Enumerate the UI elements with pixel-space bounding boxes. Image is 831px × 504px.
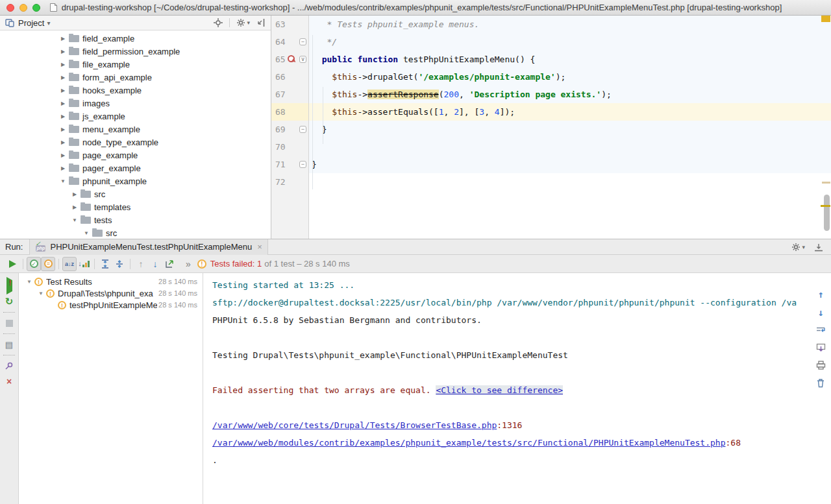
test-tree-item[interactable]: !testPhpUnitExampleMe28 s 140 ms xyxy=(19,299,203,311)
tree-item[interactable]: ▶js_example xyxy=(0,110,271,123)
close-window-button[interactable] xyxy=(6,4,14,12)
pin-tab-button[interactable] xyxy=(0,358,18,374)
sort-alphabetically-button[interactable]: a↓z xyxy=(62,257,77,271)
rerun-failed-tests-button[interactable]: ! xyxy=(0,278,18,294)
code-text[interactable] xyxy=(309,173,831,191)
chevron-collapsed-icon[interactable]: ▶ xyxy=(58,75,68,80)
fold-marker-icon[interactable]: − xyxy=(299,38,306,45)
next-message-button[interactable]: ↓ xyxy=(817,308,823,318)
tree-item[interactable]: ▶images xyxy=(0,97,271,110)
tree-item[interactable]: ▶field_example xyxy=(0,32,271,45)
tree-item[interactable]: ▶pager_example xyxy=(0,162,271,174)
chevron-collapsed-icon[interactable]: ▶ xyxy=(58,101,68,106)
prev-message-button[interactable]: ↑ xyxy=(817,290,823,300)
chevron-collapsed-icon[interactable]: ▶ xyxy=(70,191,79,197)
restore-layout-button[interactable]: ▤ xyxy=(0,337,18,352)
fold-marker-icon[interactable]: ∨ xyxy=(299,56,306,63)
sort-by-duration-button[interactable]: ↓ xyxy=(77,257,91,271)
code-text[interactable]: } xyxy=(309,121,831,138)
code-text[interactable]: $this->assertResponse(200, 'Description … xyxy=(309,86,831,103)
test-tree-item[interactable]: ▼!Test Results28 s 140 ms xyxy=(19,276,203,287)
test-failed-marker-icon[interactable] xyxy=(288,55,295,62)
hide-panel-icon[interactable] xyxy=(256,18,266,27)
code-text[interactable]: public function testPhpUnitExampleMenu()… xyxy=(309,51,831,68)
chevron-expanded-icon[interactable]: ▼ xyxy=(58,178,68,184)
chevron-collapsed-icon[interactable]: ▶ xyxy=(58,152,68,158)
test-tree-item[interactable]: ▼!Drupal\Tests\phpunit_exa28 s 140 ms xyxy=(19,287,203,299)
chevron-collapsed-icon[interactable]: ▶ xyxy=(58,62,68,67)
tree-item[interactable]: ▶menu_example xyxy=(0,123,271,136)
tree-item[interactable]: ▼phpunit_example xyxy=(0,174,271,187)
run-settings-gear-icon[interactable]: ▾ xyxy=(791,243,805,252)
project-panel-title[interactable]: Project xyxy=(18,18,44,28)
chevron-collapsed-icon[interactable]: ▶ xyxy=(58,165,68,171)
hide-panel-down-icon[interactable] xyxy=(814,243,823,252)
console-link[interactable]: /var/www/web/core/tests/Drupal/Tests/Bro… xyxy=(212,420,497,430)
export-test-results-button[interactable] xyxy=(162,257,177,271)
more-actions-icon[interactable]: » xyxy=(186,259,191,269)
expand-all-button[interactable] xyxy=(98,257,112,271)
print-button[interactable] xyxy=(816,361,826,370)
error-stripe-warning-mark[interactable] xyxy=(822,182,830,184)
chevron-collapsed-icon[interactable]: ▶ xyxy=(58,114,68,119)
file-status-warning-marker[interactable] xyxy=(821,16,830,22)
zoom-window-button[interactable] xyxy=(32,4,40,12)
console-link[interactable]: <Click to see difference> xyxy=(436,385,563,395)
show-passed-button[interactable]: ✓ xyxy=(27,257,41,271)
code-text[interactable]: * Tests phpunit_example menus. xyxy=(309,16,831,33)
collapse-all-button[interactable] xyxy=(112,257,127,271)
line-number[interactable]: 71 xyxy=(275,156,286,173)
tree-item[interactable]: ▶src xyxy=(0,187,271,200)
code-text[interactable]: } xyxy=(309,156,831,173)
tree-item[interactable]: ▶templates xyxy=(0,200,271,213)
run-configuration-tab[interactable]: ✓ php PHPUnitExampleMenuTest.testPhpUnit… xyxy=(29,239,267,255)
tree-item[interactable]: ▶field_permission_example xyxy=(0,45,271,58)
line-number[interactable]: 68 xyxy=(275,103,286,121)
line-number[interactable]: 72 xyxy=(275,173,286,191)
tree-item[interactable]: ▶node_type_example xyxy=(0,136,271,149)
line-number[interactable]: 65 xyxy=(275,51,286,68)
chevron-collapsed-icon[interactable]: ▶ xyxy=(58,126,68,132)
chevron-collapsed-icon[interactable]: ▶ xyxy=(58,36,68,42)
chevron-collapsed-icon[interactable]: ▶ xyxy=(58,88,68,93)
tree-item[interactable]: ▶hooks_example xyxy=(0,84,271,97)
tree-item[interactable]: ▼src xyxy=(0,226,271,239)
rerun-button[interactable] xyxy=(5,257,19,271)
line-number[interactable]: 67 xyxy=(275,86,286,103)
scroll-to-end-button[interactable] xyxy=(816,343,826,352)
tree-item[interactable]: ▼tests xyxy=(0,213,271,226)
close-run-panel-button[interactable]: × xyxy=(0,374,18,389)
clear-all-button[interactable] xyxy=(816,378,825,388)
tree-item[interactable]: ▶page_example xyxy=(0,149,271,162)
code-text[interactable] xyxy=(309,138,831,156)
console-output[interactable]: Testing started at 13:25 ...sftp://docke… xyxy=(203,273,831,504)
chevron-down-icon[interactable]: ▾ xyxy=(47,19,50,27)
minimize-window-button[interactable] xyxy=(19,4,27,12)
chevron-collapsed-icon[interactable]: ▶ xyxy=(58,139,68,145)
chevron-expanded-icon[interactable]: ▼ xyxy=(70,217,79,223)
scroll-from-source-icon[interactable] xyxy=(214,18,223,27)
tree-item[interactable]: ▶form_api_example xyxy=(0,71,271,84)
editor-scrollbar-thumb[interactable] xyxy=(824,195,830,231)
line-number[interactable]: 66 xyxy=(275,68,286,86)
code-text[interactable]: $this->drupalGet('/examples/phpunit-exam… xyxy=(309,68,831,86)
stop-button[interactable] xyxy=(0,315,18,331)
soft-wrap-button[interactable] xyxy=(816,326,826,335)
code-text[interactable]: $this->assertEquals([1, 2], [3, 4]); xyxy=(309,103,831,121)
fold-marker-icon[interactable]: − xyxy=(299,126,306,133)
chevron-expanded-icon[interactable]: ▼ xyxy=(36,291,46,296)
previous-failed-test-button[interactable]: ↑ xyxy=(134,257,148,271)
console-link[interactable]: /var/www/web/modules/contrib/examples/ph… xyxy=(212,438,726,448)
line-number[interactable]: 64 xyxy=(275,33,286,51)
tree-item[interactable]: ▶file_example xyxy=(0,58,271,71)
chevron-collapsed-icon[interactable]: ▶ xyxy=(58,49,68,54)
error-stripe-caret-mark[interactable] xyxy=(821,205,830,207)
show-ignored-button[interactable]: ≡ xyxy=(41,257,55,271)
fold-marker-icon[interactable]: − xyxy=(299,161,306,168)
toggle-auto-test-button[interactable]: ↻ xyxy=(0,294,18,309)
line-number[interactable]: 63 xyxy=(275,16,286,33)
close-tab-icon[interactable]: × xyxy=(257,242,262,252)
code-text[interactable]: */ xyxy=(309,33,831,51)
chevron-expanded-icon[interactable]: ▼ xyxy=(82,230,91,236)
line-number[interactable]: 69 xyxy=(275,121,286,138)
